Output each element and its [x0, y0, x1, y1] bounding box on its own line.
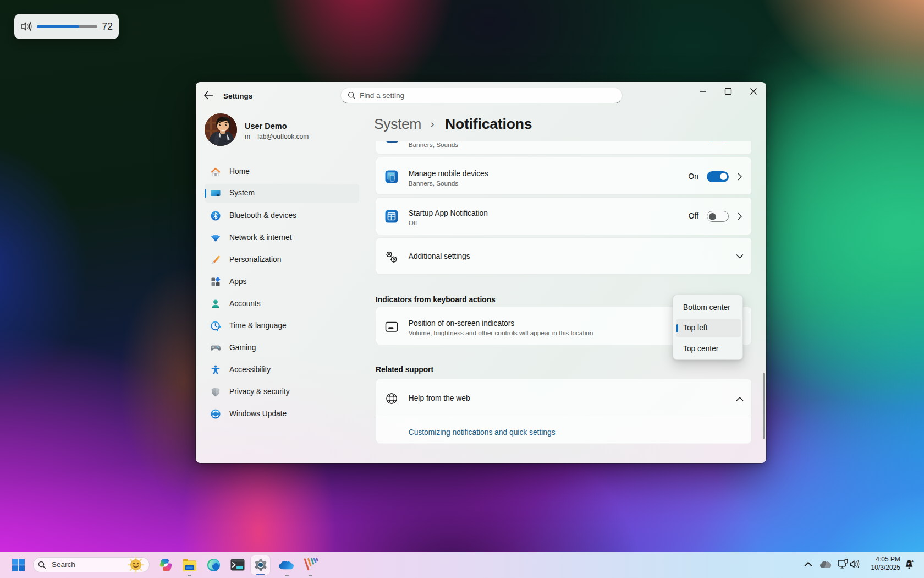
svg-text:z: z — [911, 559, 914, 563]
svg-text:z: z — [908, 561, 910, 566]
